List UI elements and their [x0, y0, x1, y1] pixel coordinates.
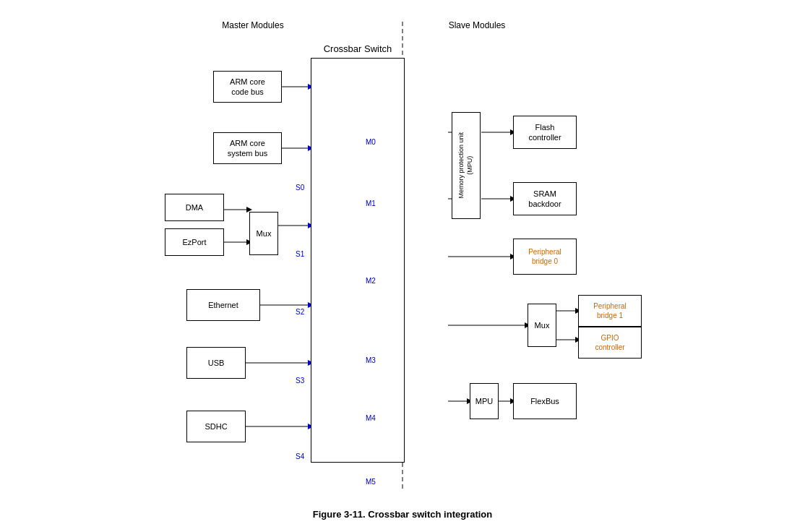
diagram-container: Master Modules Slave Modules Crossbar Sw… — [0, 0, 805, 506]
ethernet-box: Ethernet — [186, 289, 260, 321]
port-s0: S0 — [296, 184, 304, 192]
mpu-main-box: Memory protection unit(MPU) — [452, 112, 481, 219]
arm-code-bus-box: ARM corecode bus — [213, 71, 282, 103]
peripheral-bridge-1-box: Peripheralbridge 1 — [578, 295, 642, 327]
port-m2: M2 — [366, 277, 376, 285]
mux-left-box: Mux — [249, 212, 278, 255]
dma-box: DMA — [165, 194, 224, 221]
port-m1: M1 — [366, 200, 376, 207]
sdhc-box: SDHC — [186, 411, 246, 442]
arm-system-bus-box: ARM coresystem bus — [213, 132, 282, 164]
port-s3: S3 — [296, 377, 304, 385]
peripheral-bridge-0-box: Peripheralbridge 0 — [513, 239, 577, 275]
master-modules-label: Master Modules — [210, 20, 296, 30]
figure-caption: Figure 3-11. Crossbar switch integration — [313, 509, 493, 520]
mux-right-box: Mux — [528, 304, 556, 347]
port-s1: S1 — [296, 250, 304, 258]
crossbar-switch-box: M0 M1 M2 M3 M4 M5 S0 S1 S2 S3 S4 — [311, 58, 405, 463]
port-m0: M0 — [366, 138, 376, 146]
gpio-controller-box: GPIOcontroller — [578, 327, 642, 359]
flexbus-box: FlexBus — [513, 383, 577, 419]
port-m3: M3 — [366, 356, 376, 364]
flash-controller-box: Flashcontroller — [513, 116, 577, 149]
port-m4: M4 — [366, 414, 376, 422]
usb-box: USB — [186, 347, 246, 379]
crossbar-switch-label: Crossbar Switch — [311, 43, 405, 54]
port-s4: S4 — [296, 452, 304, 460]
slave-modules-label: Slave Modules — [434, 20, 520, 30]
ezport-box: EzPort — [165, 228, 224, 256]
mpu-s4-box: MPU — [470, 383, 499, 419]
port-s2: S2 — [296, 308, 304, 316]
sram-backdoor-box: SRAMbackdoor — [513, 182, 577, 215]
port-m5: M5 — [366, 478, 376, 486]
